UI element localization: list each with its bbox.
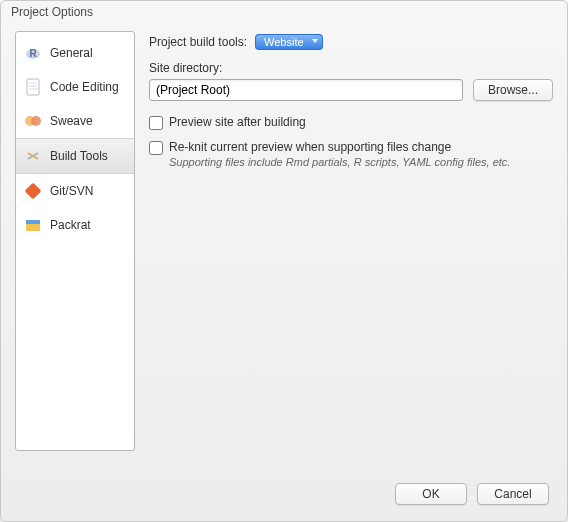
git-icon: [24, 182, 42, 200]
site-dir-input[interactable]: [149, 79, 463, 101]
sidebar-item-label: Build Tools: [50, 149, 108, 163]
svg-text:R: R: [29, 48, 37, 59]
window-title: Project Options: [1, 1, 567, 25]
sidebar-item-sweave[interactable]: Sweave: [16, 104, 134, 138]
window-body: R General Code Editing Sweave: [1, 25, 567, 473]
document-icon: [24, 78, 42, 96]
sidebar-item-label: Git/SVN: [50, 184, 93, 198]
build-tools-label: Project build tools:: [149, 35, 247, 49]
sidebar-item-label: Code Editing: [50, 80, 119, 94]
svg-point-7: [31, 116, 41, 126]
sweave-icon: [24, 112, 42, 130]
svg-rect-10: [25, 183, 42, 200]
package-icon: [24, 216, 42, 234]
cancel-button[interactable]: Cancel: [477, 483, 549, 505]
build-tools-select-wrap[interactable]: Website: [255, 35, 323, 49]
svg-rect-2: [27, 79, 39, 95]
site-dir-label: Site directory:: [149, 61, 553, 75]
r-icon: R: [24, 44, 42, 62]
build-tools-select[interactable]: Website: [255, 34, 323, 50]
project-options-window: Project Options R General Code Editing S…: [0, 0, 568, 522]
browse-button[interactable]: Browse...: [473, 79, 553, 101]
svg-rect-12: [26, 220, 40, 224]
ok-button[interactable]: OK: [395, 483, 467, 505]
sidebar-item-code-editing[interactable]: Code Editing: [16, 70, 134, 104]
tools-icon: [24, 147, 42, 165]
reknit-hint: Supporting files include Rmd partials, R…: [169, 156, 510, 168]
preview-label: Preview site after building: [169, 115, 306, 129]
dialog-footer: OK Cancel: [1, 473, 567, 521]
main-panel: Project build tools: Website Site direct…: [149, 31, 553, 473]
sidebar-item-label: Sweave: [50, 114, 93, 128]
sidebar-item-general[interactable]: R General: [16, 36, 134, 70]
sidebar-item-label: Packrat: [50, 218, 91, 232]
sidebar-item-build-tools[interactable]: Build Tools: [16, 138, 134, 174]
sidebar-item-git-svn[interactable]: Git/SVN: [16, 174, 134, 208]
preview-checkbox[interactable]: [149, 116, 163, 130]
sidebar-item-label: General: [50, 46, 93, 60]
reknit-label: Re-knit current preview when supporting …: [169, 140, 510, 154]
sidebar: R General Code Editing Sweave: [15, 31, 135, 451]
reknit-checkbox[interactable]: [149, 141, 163, 155]
sidebar-item-packrat[interactable]: Packrat: [16, 208, 134, 242]
